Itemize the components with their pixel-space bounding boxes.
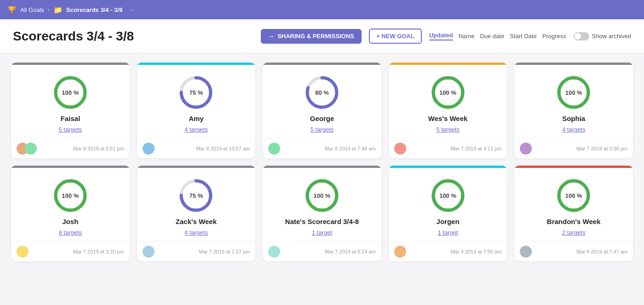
card-jorgen[interactable]: 100 % Jorgen 1 target Mar 4 2019 at 7:50… xyxy=(389,166,507,261)
progress-label: 75 % xyxy=(190,192,203,199)
share-icon: ↔ xyxy=(268,33,275,40)
avatar-group xyxy=(17,246,29,258)
card-name: Faisal xyxy=(61,115,80,122)
card-footer: Mar 4 2019 at 7:47 am xyxy=(514,242,633,261)
avatar xyxy=(143,143,155,155)
card-george[interactable]: 80 % George 5 targets Mar 8 2019 at 7:48… xyxy=(263,63,381,158)
sort-options: Updated Name Due date Start Date Progres… xyxy=(429,32,566,40)
card-date: Mar 8 2019 at 6:51 pm xyxy=(73,146,124,151)
card-name: Amy xyxy=(189,115,204,122)
card-body: 100 % Brandon's Week 2 targets xyxy=(514,168,633,242)
progress-donut: 80 % xyxy=(304,74,340,111)
card-nate-scorecard[interactable]: 100 % Nate's Scorecard 3/4-8 1 target Ma… xyxy=(263,166,381,261)
card-name: Josh xyxy=(62,218,78,225)
breadcrumb-current: Scorecards 3/4 - 3/8 xyxy=(66,6,122,13)
card-footer: Mar 8 2019 at 6:51 pm xyxy=(11,138,130,158)
card-name: Jorgen xyxy=(437,218,460,225)
card-sophia[interactable]: 100 % Sophia 4 targets Mar 7 2019 at 3:3… xyxy=(514,63,633,158)
progress-donut: 100 % xyxy=(430,177,466,214)
progress-donut: 100 % xyxy=(52,177,89,214)
card-amy[interactable]: 75 % Amy 4 targets Mar 8 2019 at 10:57 a… xyxy=(137,63,256,158)
card-name: Brandon's Week xyxy=(547,218,601,225)
progress-label: 100 % xyxy=(439,89,456,96)
card-footer: Mar 7 2019 at 1:57 pm xyxy=(137,242,256,261)
avatar xyxy=(17,246,29,258)
card-targets[interactable]: 1 target xyxy=(312,229,332,236)
card-zack-week[interactable]: 75 % Zack's Week 4 targets Mar 7 2019 at… xyxy=(137,166,256,261)
card-targets[interactable]: 4 targets xyxy=(184,126,208,133)
avatar-group xyxy=(268,143,280,155)
card-date: Mar 7 2019 at 4:11 pm xyxy=(451,146,502,151)
avatar xyxy=(394,143,406,155)
card-wes-week[interactable]: 100 % Wes's Week 5 targets Mar 7 2019 at… xyxy=(389,63,507,158)
all-goals-nav[interactable]: All Goals xyxy=(20,6,44,13)
card-body: 100 % Jorgen 1 target xyxy=(389,168,507,242)
progress-label: 100 % xyxy=(62,192,79,199)
progress-label: 100 % xyxy=(565,192,582,199)
card-josh[interactable]: 100 % Josh 8 targets Mar 7 2019 at 3:20 … xyxy=(11,166,130,261)
more-button[interactable]: ··· xyxy=(129,6,134,13)
card-targets[interactable]: 1 target xyxy=(438,229,458,236)
card-name: Nate's Scorecard 3/4-8 xyxy=(285,218,359,225)
card-footer: Mar 7 2019 at 3:20 pm xyxy=(11,242,130,261)
card-targets[interactable]: 5 targets xyxy=(436,126,460,133)
trophy-icon: 🏆 xyxy=(7,6,17,14)
card-body: 100 % Sophia 4 targets xyxy=(514,65,633,138)
folder-icon: 📁 xyxy=(53,6,63,14)
card-brandon-week[interactable]: 100 % Brandon's Week 2 targets Mar 4 201… xyxy=(514,166,633,261)
avatar xyxy=(268,246,280,258)
new-goal-button[interactable]: + NEW GOAL xyxy=(369,29,422,44)
sort-due-date[interactable]: Due date xyxy=(480,33,504,40)
breadcrumb-chevron: › xyxy=(48,6,50,13)
avatar-group xyxy=(268,246,280,258)
progress-label: 100 % xyxy=(439,192,456,199)
card-name: Wes's Week xyxy=(428,115,468,122)
card-date: Mar 8 2019 at 10:57 am xyxy=(196,146,250,151)
avatar-2 xyxy=(25,143,37,155)
card-footer: Mar 8 2019 at 10:57 am xyxy=(137,138,256,158)
progress-label: 100 % xyxy=(314,192,331,199)
card-name: Zack's Week xyxy=(176,218,217,225)
progress-label: 100 % xyxy=(565,89,582,96)
avatar-group xyxy=(520,246,532,258)
card-targets[interactable]: 5 targets xyxy=(59,126,82,133)
card-body: 75 % Amy 4 targets xyxy=(137,65,256,138)
card-footer: Mar 4 2019 at 7:50 am xyxy=(389,242,507,261)
card-body: 100 % Faisal 5 targets xyxy=(11,65,130,138)
card-name: George xyxy=(310,115,334,122)
card-targets[interactable]: 4 targets xyxy=(562,126,586,133)
card-body: 100 % Nate's Scorecard 3/4-8 1 target xyxy=(263,168,381,242)
page-header: Scorecards 3/4 - 3/8 ↔ SHARING & PERMISS… xyxy=(0,19,644,53)
sharing-permissions-button[interactable]: ↔ SHARING & PERMISSIONS xyxy=(261,29,362,44)
sort-start-date[interactable]: Start Date xyxy=(510,33,537,40)
card-targets[interactable]: 8 targets xyxy=(59,229,82,236)
avatar-group xyxy=(520,143,532,155)
progress-label: 75 % xyxy=(190,89,203,96)
card-targets[interactable]: 5 targets xyxy=(310,126,334,133)
show-archived-toggle[interactable] xyxy=(574,32,589,40)
progress-donut: 100 % xyxy=(555,177,592,214)
card-date: Mar 4 2019 at 7:47 am xyxy=(576,249,627,254)
sort-progress[interactable]: Progress xyxy=(542,33,566,40)
progress-donut: 100 % xyxy=(304,177,340,214)
card-targets[interactable]: 2 targets xyxy=(562,229,586,236)
card-targets[interactable]: 4 targets xyxy=(184,229,208,236)
card-faisal[interactable]: 100 % Faisal 5 targets Mar 8 2019 at 6:5… xyxy=(11,63,130,158)
card-footer: Mar 7 2019 at 3:36 pm xyxy=(514,138,633,158)
avatar xyxy=(520,246,532,258)
card-name: Sophia xyxy=(562,115,585,122)
card-date: Mar 8 2019 at 7:48 am xyxy=(325,146,376,151)
progress-donut: 100 % xyxy=(52,74,89,111)
sort-updated[interactable]: Updated xyxy=(429,32,453,40)
card-footer: Mar 7 2019 at 4:11 pm xyxy=(389,138,507,158)
cards-grid: 100 % Faisal 5 targets Mar 8 2019 at 6:5… xyxy=(0,53,644,270)
avatar xyxy=(520,143,532,155)
avatar-group xyxy=(143,246,155,258)
card-body: 100 % Josh 8 targets xyxy=(11,168,130,242)
sort-name[interactable]: Name xyxy=(459,33,475,40)
avatar-group xyxy=(394,143,406,155)
progress-donut: 100 % xyxy=(430,74,466,111)
show-archived-label: Show archived xyxy=(592,33,631,40)
card-body: 100 % Wes's Week 5 targets xyxy=(389,65,507,138)
avatar-group xyxy=(143,143,155,155)
